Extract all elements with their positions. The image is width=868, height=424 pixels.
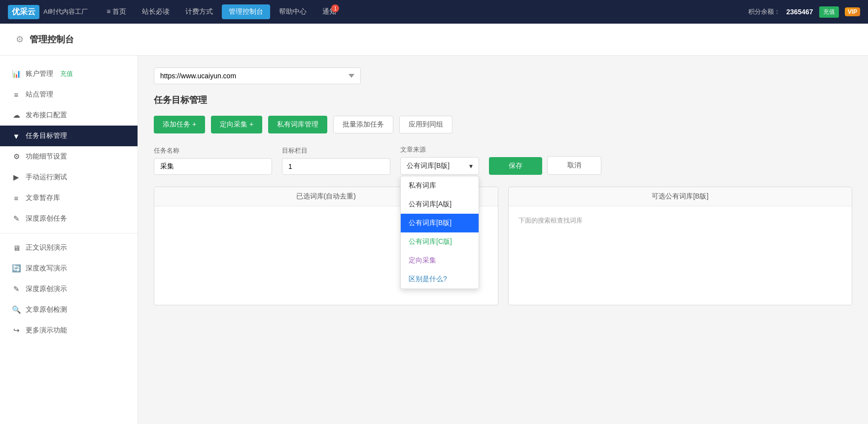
sidebar-item-recognition[interactable]: 🖥 正文识别演示 <box>0 237 138 258</box>
draft-icon: ≡ <box>12 194 21 202</box>
notification-count: 1 <box>331 4 339 12</box>
sidebar-item-rewrite[interactable]: 🔄 深度改写演示 <box>0 258 138 279</box>
sidebar-item-publish[interactable]: ☁ 发布接口配置 <box>0 105 138 126</box>
private-library-button[interactable]: 私有词库管理 <box>268 116 327 133</box>
sidebar-item-rewrite-label: 深度改写演示 <box>26 264 67 273</box>
target-column-label: 目标栏目 <box>282 146 390 155</box>
sidebar-item-manual[interactable]: ▶ 手动运行测试 <box>0 167 138 188</box>
settings-side-icon: ⚙ <box>12 152 21 161</box>
site-select[interactable]: https://www.ucaiyun.com <box>154 67 361 84</box>
sidebar-item-original-label: 深度原创任务 <box>26 214 67 223</box>
vip-badge: VIP <box>845 7 860 16</box>
sidebar-item-settings[interactable]: ⚙ 功能细节设置 <box>0 146 138 167</box>
source-group: 文章来源 公有词库[B版] ▾ 私有词库 公有词库[A版] 公有词库[B版] 公… <box>400 145 479 175</box>
source-option-public-a[interactable]: 公有词库[A版] <box>401 195 479 214</box>
task-icon: ▼ <box>12 132 21 140</box>
recognition-icon: 🖥 <box>12 244 21 252</box>
original-icon: ✎ <box>12 214 21 223</box>
target-column-group: 目标栏目 <box>282 146 390 175</box>
nav-home[interactable]: ≡ 首页 <box>100 4 133 19</box>
nav-pricing[interactable]: 计费方式 <box>178 4 220 19</box>
sidebar-item-draft[interactable]: ≡ 文章暂存库 <box>0 188 138 208</box>
sidebar-item-check-label: 文章原创检测 <box>26 305 67 314</box>
site-icon: ≡ <box>12 91 21 99</box>
home-icon: ≡ <box>106 7 110 15</box>
source-dropdown: 私有词库 公有词库[A版] 公有词库[B版] 公有词库[C版] 定向采集 区别是… <box>400 176 479 289</box>
apply-group-button[interactable]: 应用到同组 <box>399 116 452 133</box>
form-actions: 保存 取消 <box>489 156 601 175</box>
sidebar: 📊 账户管理 充值 ≡ 站点管理 ☁ 发布接口配置 ▼ 任务目标管理 ⚙ 功能细… <box>0 56 138 424</box>
publish-icon: ☁ <box>12 111 21 120</box>
sidebar-item-site[interactable]: ≡ 站点管理 <box>0 84 138 105</box>
sidebar-item-original-demo-label: 深度原创演示 <box>26 285 67 294</box>
sidebar-item-more[interactable]: ↪ 更多演示功能 <box>0 320 138 341</box>
nav-webmaster-label: 站长必读 <box>142 7 170 15</box>
sidebar-item-site-label: 站点管理 <box>26 90 53 99</box>
sidebar-item-task[interactable]: ▼ 任务目标管理 <box>0 126 138 146</box>
directed-collect-button[interactable]: 定向采集 + <box>211 116 262 133</box>
action-bar: 添加任务 + 定向采集 + 私有词库管理 批量添加任务 应用到同组 <box>154 116 852 133</box>
original-demo-icon: ✎ <box>12 285 21 294</box>
source-option-public-c[interactable]: 公有词库[C版] <box>401 232 479 251</box>
recharge-nav-button[interactable]: 充值 <box>819 6 839 18</box>
sidebar-item-account[interactable]: 📊 账户管理 充值 <box>0 64 138 84</box>
task-name-input[interactable] <box>154 158 272 175</box>
source-option-difference[interactable]: 区别是什么? <box>401 270 479 289</box>
logo: 优采云 AI时代内容工厂 <box>8 5 88 19</box>
add-task-button[interactable]: 添加任务 + <box>154 116 205 133</box>
main-layout: 📊 账户管理 充值 ≡ 站点管理 ☁ 发布接口配置 ▼ 任务目标管理 ⚙ 功能细… <box>0 56 868 424</box>
sidebar-item-task-label: 任务目标管理 <box>26 131 67 140</box>
nav-help[interactable]: 帮助中心 <box>272 4 313 19</box>
settings-icon: ⚙ <box>16 34 24 45</box>
source-selected-value: 公有词库[B版] <box>407 162 450 170</box>
site-selector: https://www.ucaiyun.com <box>154 67 852 84</box>
batch-add-button[interactable]: 批量添加任务 <box>333 116 393 133</box>
check-icon: 🔍 <box>12 305 21 314</box>
notification-badge: 通知 1 <box>322 7 336 16</box>
manual-icon: ▶ <box>12 173 21 182</box>
panel-hint: 下面的搜索框查找词库 <box>515 212 846 229</box>
account-icon: 📊 <box>12 69 21 78</box>
save-button[interactable]: 保存 <box>489 157 542 175</box>
source-option-private[interactable]: 私有词库 <box>401 176 479 195</box>
nav-webmaster[interactable]: 站长必读 <box>135 4 176 19</box>
more-icon: ↪ <box>12 326 21 335</box>
sidebar-item-more-label: 更多演示功能 <box>26 326 67 335</box>
page-header: ⚙ 管理控制台 <box>0 24 868 56</box>
chevron-down-icon: ▾ <box>469 162 473 170</box>
sidebar-item-draft-label: 文章暂存库 <box>26 194 60 202</box>
sidebar-item-settings-label: 功能细节设置 <box>26 152 67 161</box>
top-nav: 优采云 AI时代内容工厂 ≡ 首页 站长必读 计费方式 管理控制台 帮助中心 通… <box>0 0 868 24</box>
sidebar-item-publish-label: 发布接口配置 <box>26 111 67 120</box>
section-title: 任务目标管理 <box>154 94 852 106</box>
sidebar-item-original[interactable]: ✎ 深度原创任务 <box>0 208 138 229</box>
available-library-header: 可选公有词库[B版] <box>509 187 852 206</box>
nav-dashboard[interactable]: 管理控制台 <box>222 4 270 19</box>
nav-items: ≡ 首页 站长必读 计费方式 管理控制台 帮助中心 通知 1 <box>100 4 748 19</box>
sidebar-item-manual-label: 手动运行测试 <box>26 173 67 182</box>
target-column-input[interactable] <box>282 158 390 175</box>
nav-notification[interactable]: 通知 1 <box>315 4 343 19</box>
rewrite-icon: 🔄 <box>12 264 21 273</box>
points-label: 积分余额： <box>748 7 780 16</box>
source-select-button[interactable]: 公有词库[B版] ▾ <box>400 157 479 175</box>
sidebar-item-original-demo[interactable]: ✎ 深度原创演示 <box>0 279 138 299</box>
task-name-label: 任务名称 <box>154 146 272 155</box>
source-select-wrapper: 公有词库[B版] ▾ 私有词库 公有词库[A版] 公有词库[B版] 公有词库[C… <box>400 157 479 175</box>
source-label: 文章来源 <box>400 145 479 154</box>
nav-dashboard-label: 管理控制台 <box>229 7 263 15</box>
account-recharge-link[interactable]: 充值 <box>60 69 73 78</box>
logo-tagline: AI时代内容工厂 <box>43 7 88 16</box>
task-name-group: 任务名称 <box>154 146 272 175</box>
nav-help-label: 帮助中心 <box>279 7 307 15</box>
source-option-public-b[interactable]: 公有词库[B版] <box>401 214 479 232</box>
panels-row: 已选词库(自动去重) 可选公有词库[B版] 下面的搜索框查找词库 <box>154 187 852 305</box>
sidebar-item-check[interactable]: 🔍 文章原创检测 <box>0 299 138 320</box>
available-library-body: 下面的搜索框查找词库 <box>509 206 852 305</box>
nav-pricing-label: 计费方式 <box>185 7 213 15</box>
source-option-directed[interactable]: 定向采集 <box>401 251 479 270</box>
sidebar-item-account-label: 账户管理 <box>26 69 53 78</box>
cancel-button[interactable]: 取消 <box>547 156 601 175</box>
main-content: https://www.ucaiyun.com 任务目标管理 添加任务 + 定向… <box>138 56 868 424</box>
available-library-panel: 可选公有词库[B版] 下面的搜索框查找词库 <box>508 187 853 305</box>
